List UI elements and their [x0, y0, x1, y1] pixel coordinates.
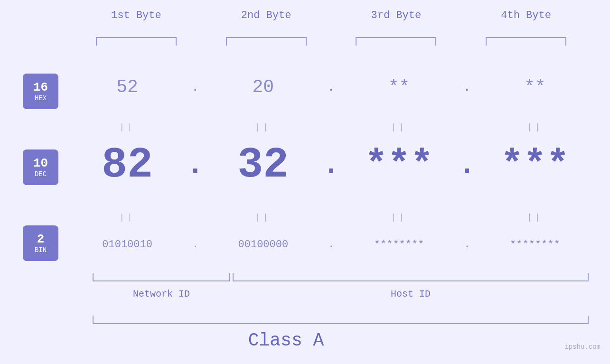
bin-badge-label: BIN	[35, 246, 47, 254]
dec-row: 82 . 32 . *** . ***	[71, 138, 591, 192]
bin-badge: 2 BIN	[23, 225, 58, 261]
main-container: 1st Byte 2nd Byte 3rd Byte 4th Byte 16 H…	[0, 0, 610, 364]
bin-row: 01010010 . 00100000 . ******** . *******…	[71, 228, 591, 261]
net-id-bracket	[93, 273, 230, 281]
eq1-4: ||	[479, 122, 591, 132]
col-header-3: 3rd Byte	[331, 9, 461, 21]
dec-badge: 10 DEC	[23, 149, 58, 185]
dec-dot2: .	[319, 149, 343, 181]
bin-badge-num: 2	[37, 233, 45, 246]
hex-row: 52 . 20 . ** . **	[71, 70, 591, 103]
eq2-4: ||	[479, 213, 591, 222]
bracket-1	[96, 37, 177, 46]
hex-byte4: **	[479, 77, 591, 97]
network-id-label: Network ID	[93, 289, 230, 299]
dec-dot1: .	[183, 149, 207, 181]
dec-badge-label: DEC	[35, 170, 47, 178]
hex-byte3: **	[343, 77, 455, 97]
eq1-3: ||	[343, 122, 455, 132]
eq2-1: ||	[71, 213, 183, 222]
bracket-3	[356, 37, 436, 46]
bin-byte3: ********	[343, 239, 455, 251]
hex-badge: 16 HEX	[23, 74, 58, 109]
equals-row-2: || || || ||	[71, 209, 591, 225]
dec-byte4: ***	[479, 143, 591, 187]
eq2-2: ||	[207, 213, 319, 222]
class-label: Class A	[0, 330, 572, 351]
column-headers: 1st Byte 2nd Byte 3rd Byte 4th Byte	[71, 9, 591, 21]
hex-badge-label: HEX	[35, 94, 47, 102]
eq1-2: ||	[207, 122, 319, 132]
bin-byte1: 01010010	[71, 239, 183, 251]
host-id-bracket	[233, 273, 589, 281]
bracket-4	[486, 37, 566, 46]
dec-byte3: ***	[343, 143, 455, 187]
bin-byte4: ********	[479, 239, 591, 251]
col-header-2: 2nd Byte	[201, 9, 331, 21]
watermark: ipshu.com	[564, 343, 601, 351]
hex-dot1: .	[183, 80, 207, 94]
full-bracket	[93, 316, 589, 324]
host-id-label: Host ID	[233, 289, 589, 299]
hex-byte2: 20	[207, 77, 319, 97]
top-brackets	[71, 37, 591, 46]
bin-dot1: .	[183, 239, 207, 251]
hex-dot3: .	[455, 80, 479, 94]
equals-row-1: || || || ||	[71, 119, 591, 135]
hex-badge-num: 16	[33, 81, 48, 94]
dec-dot3: .	[455, 149, 479, 181]
hex-byte1: 52	[71, 77, 183, 97]
col-header-4: 4th Byte	[461, 9, 591, 21]
bracket-2	[226, 37, 307, 46]
eq1-1: ||	[71, 122, 183, 132]
col-header-1: 1st Byte	[71, 9, 201, 21]
dec-byte2: 32	[207, 141, 319, 189]
dec-byte1: 82	[71, 141, 183, 189]
bin-dot3: .	[455, 239, 479, 251]
bin-byte2: 00100000	[207, 239, 319, 251]
dec-badge-num: 10	[33, 157, 48, 170]
bin-dot2: .	[319, 239, 343, 251]
hex-dot2: .	[319, 80, 343, 94]
eq2-3: ||	[343, 213, 455, 222]
